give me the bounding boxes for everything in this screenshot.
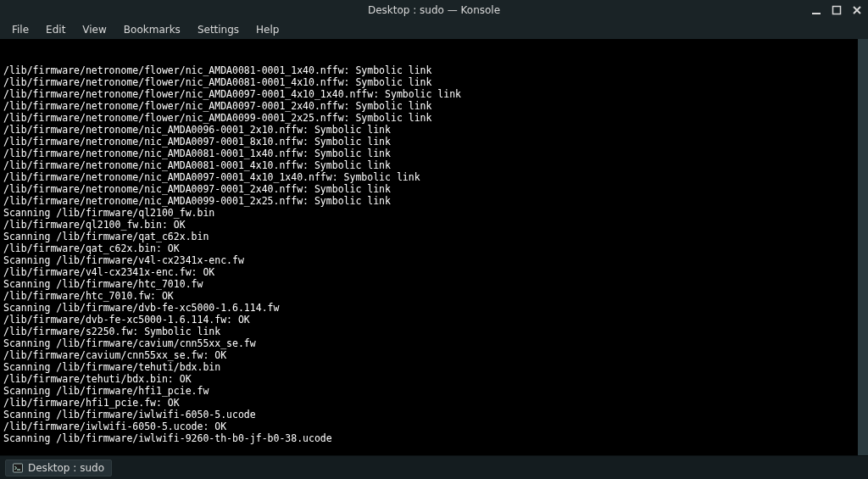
terminal-line: /lib/firmware/netronome/flower/nic_AMDA0… [3,112,854,124]
svg-rect-3 [17,469,20,470]
window-controls [810,0,863,20]
terminal-line: /lib/firmware/netronome/flower/nic_AMDA0… [3,88,854,100]
terminal-line: /lib/firmware/netronome/nic_AMDA0097-000… [3,183,854,195]
terminal-line: /lib/firmware/netronome/nic_AMDA0096-000… [3,124,854,136]
menu-file[interactable]: File [5,22,36,37]
svg-rect-1 [833,7,841,14]
menu-settings[interactable]: Settings [191,22,246,37]
terminal[interactable]: /lib/firmware/netronome/flower/nic_AMDA0… [0,39,868,455]
terminal-line: /lib/firmware/qat_c62x.bin: OK [3,242,854,254]
svg-rect-2 [14,464,23,472]
taskbar-item-konsole[interactable]: Desktop : sudo [5,460,112,476]
menu-view[interactable]: View [75,22,113,37]
terminal-line: /lib/firmware/netronome/flower/nic_AMDA0… [3,100,854,112]
terminal-line: Scanning /lib/firmware/ql2100_fw.bin [3,207,854,219]
terminal-line: Scanning /lib/firmware/iwlwifi-6050-5.uc… [3,409,854,421]
svg-rect-0 [812,13,821,14]
terminal-line: Scanning /lib/firmware/htc_7010.fw [3,278,854,290]
terminal-line: /lib/firmware/netronome/flower/nic_AMDA0… [3,64,854,76]
terminal-line: /lib/firmware/netronome/nic_AMDA0097-000… [3,171,854,183]
terminal-line: Scanning /lib/firmware/tehuti/bdx.bin [3,361,854,373]
minimize-button[interactable] [810,4,822,16]
terminal-icon [13,463,23,473]
terminal-line: /lib/firmware/hfi1_pcie.fw: OK [3,397,854,409]
maximize-button[interactable] [831,4,843,16]
taskbar-item-label: Desktop : sudo [28,462,104,474]
terminal-line: Scanning /lib/firmware/v4l-cx2341x-enc.f… [3,254,854,266]
menu-help[interactable]: Help [249,22,286,37]
scrollbar-track[interactable] [858,39,868,455]
terminal-line: /lib/firmware/netronome/flower/nic_AMDA0… [3,76,854,88]
scrollbar-thumb[interactable] [858,450,868,455]
terminal-line: /lib/firmware/netronome/nic_AMDA0097-000… [3,136,854,148]
terminal-line: Scanning /lib/firmware/cavium/cnn55xx_se… [3,337,854,349]
terminal-line: Scanning /lib/firmware/iwlwifi-9260-th-b… [3,432,854,444]
terminal-line: /lib/firmware/cavium/cnn55xx_se.fw: OK [3,349,854,361]
terminal-output: /lib/firmware/netronome/flower/nic_AMDA0… [3,64,854,444]
terminal-line: /lib/firmware/dvb-fe-xc5000-1.6.114.fw: … [3,314,854,326]
menu-edit[interactable]: Edit [39,22,72,37]
menubar: File Edit View Bookmarks Settings Help [0,20,868,39]
menu-bookmarks[interactable]: Bookmarks [117,22,187,37]
terminal-line: /lib/firmware/v4l-cx2341x-enc.fw: OK [3,266,854,278]
terminal-line: /lib/firmware/iwlwifi-6050-5.ucode: OK [3,421,854,432]
terminal-line: Scanning /lib/firmware/dvb-fe-xc5000-1.6… [3,302,854,314]
terminal-line: Scanning /lib/firmware/qat_c62x.bin [3,231,854,242]
terminal-line: /lib/firmware/htc_7010.fw: OK [3,290,854,302]
konsole-window: Desktop : sudo — Konsole File Edit View … [0,0,868,479]
terminal-line: /lib/firmware/ql2100_fw.bin: OK [3,219,854,231]
terminal-line: /lib/firmware/netronome/nic_AMDA0099-000… [3,195,854,207]
window-title: Desktop : sudo — Konsole [368,4,500,16]
terminal-line: /lib/firmware/netronome/nic_AMDA0081-000… [3,148,854,159]
terminal-line: Scanning /lib/firmware/hfi1_pcie.fw [3,385,854,397]
taskbar: Desktop : sudo [0,455,868,479]
terminal-line: /lib/firmware/s2250.fw: Symbolic link [3,326,854,337]
titlebar[interactable]: Desktop : sudo — Konsole [0,0,868,20]
terminal-line: /lib/firmware/netronome/nic_AMDA0081-000… [3,159,854,171]
close-button[interactable] [851,4,863,16]
terminal-line: /lib/firmware/tehuti/bdx.bin: OK [3,373,854,385]
